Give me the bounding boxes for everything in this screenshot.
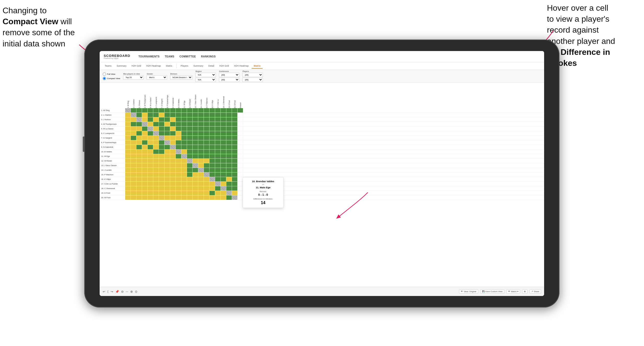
matrix-cell[interactable]: [209, 191, 215, 195]
matrix-cell[interactable]: [226, 145, 232, 149]
matrix-cell[interactable]: [176, 195, 181, 200]
division-select[interactable]: NCAA Division I: [170, 75, 192, 80]
matrix-cell[interactable]: [170, 186, 176, 191]
matrix-cell[interactable]: [165, 154, 170, 158]
matrix-cell[interactable]: [165, 127, 170, 131]
matrix-cell[interactable]: [148, 122, 153, 126]
matrix-cell[interactable]: [215, 186, 221, 191]
matrix-cell[interactable]: [170, 172, 176, 177]
matrix-cell[interactable]: [226, 140, 232, 145]
matrix-cell[interactable]: [159, 168, 165, 172]
matrix-cell[interactable]: [215, 159, 221, 163]
matrix-cell[interactable]: [226, 191, 232, 195]
matrix-cell[interactable]: [125, 122, 131, 126]
matrix-cell[interactable]: [232, 131, 238, 135]
matrix-cell[interactable]: [221, 140, 226, 145]
matrix-cell[interactable]: [148, 186, 153, 191]
matrix-cell[interactable]: [209, 136, 215, 140]
matrix-cell[interactable]: [204, 140, 209, 145]
matrix-cell[interactable]: [209, 168, 215, 172]
matrix-cell[interactable]: [198, 182, 204, 186]
matrix-cell[interactable]: [131, 154, 136, 158]
matrix-cell[interactable]: [125, 140, 131, 145]
matrix-cell[interactable]: [221, 182, 226, 186]
matrix-cell[interactable]: [176, 168, 181, 172]
matrix-cell[interactable]: [159, 117, 165, 122]
matrix-cell[interactable]: [136, 154, 142, 158]
matrix-cell[interactable]: [159, 127, 165, 131]
matrix-cell[interactable]: [221, 163, 226, 168]
matrix-cell[interactable]: [209, 159, 215, 163]
matrix-cell[interactable]: [148, 136, 153, 140]
matrix-cell[interactable]: [170, 117, 176, 122]
matrix-cell[interactable]: [148, 172, 153, 177]
matrix-cell[interactable]: [226, 168, 232, 172]
matrix-cell[interactable]: [181, 140, 187, 145]
matrix-cell[interactable]: [136, 131, 142, 135]
matrix-cell[interactable]: [238, 195, 243, 200]
toolbar-zoom-minus[interactable]: ⊖: [121, 290, 124, 293]
matrix-cell[interactable]: [187, 163, 193, 168]
matrix-cell[interactable]: [204, 145, 209, 149]
matrix-cell[interactable]: [209, 172, 215, 177]
matrix-cell[interactable]: [131, 117, 136, 122]
matrix-cell[interactable]: [131, 113, 136, 117]
matrix-cell[interactable]: [131, 163, 136, 168]
matrix-cell[interactable]: [125, 150, 131, 154]
matrix-cell[interactable]: [176, 145, 181, 149]
matrix-cell[interactable]: [159, 150, 165, 154]
matrix-cell[interactable]: [209, 117, 215, 122]
matrix-cell[interactable]: [238, 131, 243, 135]
matrix-cell[interactable]: [221, 177, 226, 181]
matrix-cell[interactable]: [125, 172, 131, 177]
matrix-cell[interactable]: [136, 127, 142, 131]
matrix-cell[interactable]: [181, 145, 187, 149]
matrix-cell[interactable]: [209, 163, 215, 168]
matrix-cell[interactable]: [125, 117, 131, 122]
matrix-cell[interactable]: [204, 168, 209, 172]
matrix-cell[interactable]: [181, 195, 187, 200]
matrix-cell[interactable]: [131, 145, 136, 149]
matrix-cell[interactable]: [142, 150, 148, 154]
matrix-cell[interactable]: [187, 168, 193, 172]
matrix-cell[interactable]: [165, 172, 170, 177]
matrix-cell[interactable]: [193, 154, 198, 158]
matrix-cell[interactable]: [165, 150, 170, 154]
matrix-cell[interactable]: [176, 117, 181, 122]
matrix-cell[interactable]: [221, 159, 226, 163]
matrix-cell[interactable]: [153, 127, 159, 131]
matrix-cell[interactable]: [165, 163, 170, 168]
matrix-cell[interactable]: [209, 127, 215, 131]
matrix-cell[interactable]: [125, 127, 131, 131]
matrix-cell[interactable]: [181, 117, 187, 122]
matrix-cell[interactable]: [232, 195, 238, 200]
matrix-cell[interactable]: [148, 131, 153, 135]
matrix-cell[interactable]: [204, 186, 209, 191]
matrix-cell[interactable]: [187, 136, 193, 140]
matrix-cell[interactable]: [142, 163, 148, 168]
matrix-cell[interactable]: [198, 191, 204, 195]
matrix-cell[interactable]: [181, 172, 187, 177]
matrix-cell[interactable]: [153, 108, 159, 113]
matrix-cell[interactable]: [238, 122, 243, 126]
matrix-cell[interactable]: [198, 195, 204, 200]
matrix-cell[interactable]: [187, 145, 193, 149]
matrix-cell[interactable]: [159, 145, 165, 149]
toolbar-pin[interactable]: 📌: [115, 290, 119, 293]
matrix-cell[interactable]: [204, 122, 209, 126]
matrix-cell[interactable]: [131, 191, 136, 195]
matrix-cell[interactable]: [125, 168, 131, 172]
matrix-cell[interactable]: [125, 163, 131, 168]
matrix-cell[interactable]: [148, 191, 153, 195]
matrix-cell[interactable]: [209, 186, 215, 191]
matrix-cell[interactable]: [148, 159, 153, 163]
matrix-cell[interactable]: [125, 182, 131, 186]
matrix-cell[interactable]: [131, 172, 136, 177]
matrix-cell[interactable]: [153, 113, 159, 117]
matrix-cell[interactable]: [159, 186, 165, 191]
matrix-cell[interactable]: [165, 168, 170, 172]
matrix-cell[interactable]: [215, 122, 221, 126]
sub-nav-h2h-grid2[interactable]: H2H Grid: [217, 64, 231, 69]
matrix-cell[interactable]: [221, 191, 226, 195]
matrix-cell[interactable]: [204, 131, 209, 135]
